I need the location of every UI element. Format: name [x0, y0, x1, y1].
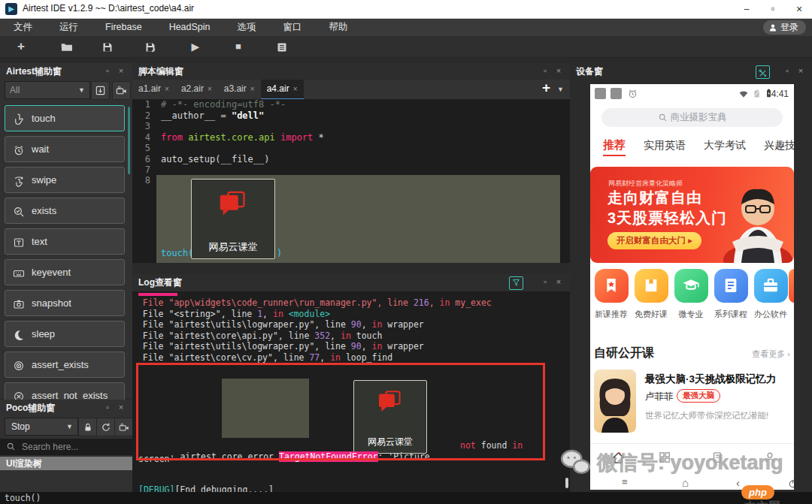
quick-link[interactable]: 免费好课 — [632, 269, 671, 320]
menu-item[interactable]: 选项 — [224, 19, 270, 36]
minimize-button[interactable]: – — [734, 0, 759, 18]
device-screen[interactable]: 4:41 商业摄影宝典 推荐实用英语大学考试兴趣技能选 — [590, 84, 794, 490]
magnifier-icon — [658, 113, 668, 122]
wechat-icon — [558, 446, 592, 478]
log-filter-button[interactable] — [509, 276, 523, 290]
device-panel-title: 设备窗 — [576, 65, 603, 78]
maximize-button[interactable]: ▫ — [760, 0, 786, 18]
api-action-button[interactable]: touch — [5, 105, 125, 131]
course-badge: 最强大脑 — [677, 389, 720, 403]
menu-item[interactable]: 运行 — [46, 19, 92, 36]
menu-item[interactable]: Firebase — [92, 19, 156, 36]
tab-close-icon[interactable]: × — [208, 85, 212, 93]
tab-close-icon[interactable]: × — [165, 85, 169, 93]
stop-button[interactable]: ■ — [231, 40, 246, 53]
menu-item[interactable]: HeadSpin — [156, 19, 224, 36]
editor-tab[interactable]: a1.air× — [132, 80, 175, 98]
menu-item[interactable]: 窗口 — [270, 19, 316, 36]
no-sim-icon — [752, 89, 762, 98]
quick-link[interactable]: 新课推荐 — [592, 269, 631, 320]
course-card[interactable]: 最强大脑·3天挑战极限记忆力 卢菲菲 最强大脑 世界记忆大师带你深挖记忆潜能! — [594, 368, 790, 437]
insert-screenshot-button[interactable] — [91, 81, 110, 100]
float-icon[interactable]: ▫ — [102, 403, 113, 412]
quick-link[interactable]: 办公软件 — [751, 269, 790, 320]
poco-record-button[interactable] — [114, 418, 133, 436]
quick-link[interactable]: 系列课程 — [711, 269, 750, 320]
banner-cta-button[interactable]: 开启财富自由大门 ▸ — [607, 232, 701, 249]
api-action-button[interactable]: swipe — [5, 167, 125, 193]
api-action-button[interactable]: snapshot — [5, 290, 125, 316]
line-number: 1 — [132, 99, 150, 110]
person-icon — [768, 23, 778, 33]
float-icon[interactable]: ▫ — [102, 66, 113, 75]
app-search-bar[interactable]: 商业摄影宝典 — [601, 108, 783, 127]
poco-mode-dropdown[interactable]: Stop▼ — [5, 418, 78, 436]
php-logo-text: 中文网 — [744, 499, 780, 504]
editor-tab[interactable]: a4.air× — [261, 80, 304, 100]
editor-panel-title: 脚本编辑窗 — [138, 65, 183, 78]
save-as-button[interactable] — [143, 40, 158, 53]
save-button[interactable] — [100, 40, 115, 53]
touch-call-open: touch( — [161, 248, 193, 258]
api-action-button[interactable]: keyevent — [5, 259, 125, 285]
new-script-button[interactable]: + — [14, 40, 29, 53]
device-tools-button[interactable] — [756, 65, 770, 79]
log-view-button[interactable] — [274, 40, 289, 53]
app-tab[interactable]: 大学考试 — [704, 135, 746, 155]
window-title: Airtest IDE v1.2.9 ~~ D:\airtest_code\a4… — [23, 3, 194, 14]
float-icon[interactable]: ▫ — [540, 277, 550, 286]
promo-banner[interactable]: 网易财经首席量化策略师 走向财富自由 3天股票轻松入门 开启财富自由大门 ▸ — [590, 167, 794, 263]
api-action-button[interactable]: assert_exists — [5, 352, 125, 378]
see-more-link[interactable]: 查看更多 › — [752, 349, 790, 360]
poco-search-input[interactable]: Search here... — [0, 439, 132, 455]
quick-link-icon — [721, 276, 741, 295]
lock-button[interactable] — [78, 418, 97, 436]
close-button[interactable]: × — [786, 0, 812, 18]
record-button[interactable] — [112, 81, 131, 100]
editor-tab[interactable]: a2.air× — [175, 80, 218, 98]
code-editor[interactable]: 1# -*- encoding=utf8 -*-2__author__ = "d… — [132, 99, 570, 263]
scrollbar[interactable] — [128, 107, 130, 174]
run-button[interactable]: ▶ — [188, 40, 203, 53]
action-icon — [13, 144, 25, 156]
editor-tab-bar: a1.air×a2.air×a3.air×a4.air× — [132, 80, 570, 99]
api-action-button[interactable]: wait — [5, 136, 125, 162]
touch-image-thumbnail[interactable]: 网易云课堂 — [191, 179, 275, 259]
app-tab[interactable]: 实用英语 — [644, 135, 686, 155]
open-folder-button[interactable] — [59, 40, 74, 53]
login-button[interactable]: 登录 — [763, 20, 806, 35]
line-number: 6 — [132, 154, 150, 165]
close-icon[interactable]: × — [116, 66, 126, 75]
app-tab[interactable]: 推荐 — [603, 135, 626, 156]
menu-item[interactable]: 文件 — [0, 19, 46, 36]
api-action-button[interactable]: text — [5, 228, 125, 255]
action-icon — [13, 298, 25, 310]
api-filter-dropdown[interactable]: All▼ — [5, 81, 90, 99]
close-icon[interactable]: × — [116, 403, 126, 412]
new-tab-button[interactable]: + — [542, 80, 550, 96]
float-icon[interactable]: ▫ — [540, 66, 550, 75]
script-editor-panel: 脚本编辑窗 ▫ × a1.air×a2.air×a3.air×a4.air× +… — [132, 63, 570, 263]
api-action-button[interactable]: exists — [5, 198, 125, 224]
status-text: touch() — [5, 493, 41, 503]
ui-tree-root[interactable]: UI渲染树 — [0, 457, 132, 470]
close-icon[interactable]: × — [795, 66, 806, 75]
main-toolbar: + ▶ ■ — [0, 36, 812, 58]
course-title: 最强大脑·3天挑战极限记忆力 — [645, 373, 776, 386]
refresh-button[interactable] — [96, 418, 115, 436]
line-number: 3 — [132, 121, 150, 132]
line-number: 8 — [132, 175, 150, 186]
quick-link[interactable]: 微专业 — [671, 269, 710, 320]
editor-tab[interactable]: a3.air× — [218, 80, 261, 98]
close-icon[interactable]: × — [553, 66, 564, 75]
tab-list-caret-icon[interactable]: ▼ — [557, 86, 564, 93]
menu-item[interactable]: 帮助 — [316, 19, 362, 36]
api-action-button[interactable]: sleep — [5, 321, 125, 347]
touch-call-close: ) — [277, 248, 282, 258]
tab-close-icon[interactable]: × — [293, 85, 298, 93]
float-icon[interactable]: ▫ — [782, 66, 792, 75]
tab-close-icon[interactable]: × — [250, 85, 255, 93]
close-icon[interactable]: × — [553, 277, 564, 286]
notification-icon — [595, 88, 606, 99]
app-tab[interactable]: 兴趣技能 — [764, 135, 794, 155]
